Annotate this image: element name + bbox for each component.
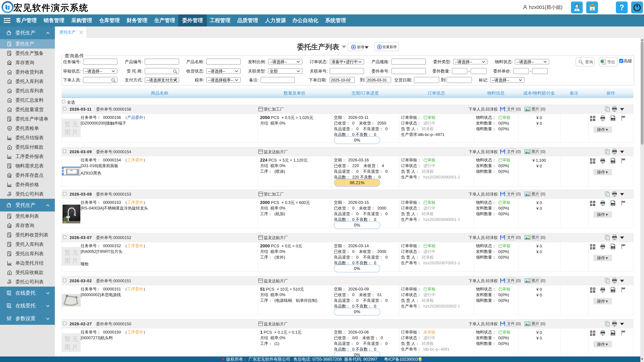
svg-text:LOG: LOG — [611, 290, 615, 292]
svg-text:X: X — [602, 60, 603, 62]
svg-text:LOG: LOG — [611, 333, 615, 335]
svg-text:LOG: LOG — [611, 247, 615, 248]
svg-text:LOG: LOG — [611, 203, 615, 205]
svg-text:LOG: LOG — [611, 118, 615, 120]
svg-text:检: 检 — [8, 127, 11, 130]
svg-text:LOG: LOG — [611, 161, 615, 163]
